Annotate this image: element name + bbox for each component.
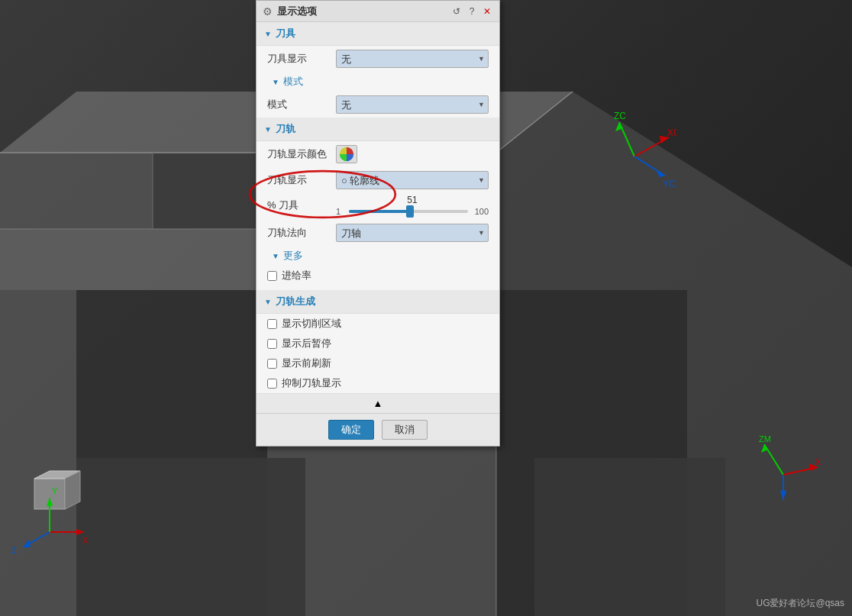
generate-section-title: 刀轨生成	[276, 295, 315, 308]
tool-section-arrow: ▼	[264, 30, 272, 38]
toolpath-direction-label: 刀轨法向	[267, 226, 336, 240]
dialog-title: 显示选项	[277, 5, 317, 18]
svg-marker-31	[780, 491, 786, 500]
svg-marker-4	[496, 290, 687, 616]
feed-rate-row: 进给率	[257, 266, 499, 285]
watermark: UG爱好者论坛@qsas	[756, 597, 844, 610]
display-options-dialog: ⚙ 显示选项 ↺ ? ✕ ▼ 刀具 刀具显示 无 显示	[256, 0, 500, 447]
ok-button[interactable]: 确定	[328, 420, 374, 440]
cancel-button[interactable]: 取消	[382, 420, 428, 440]
tool-display-control: 无 显示	[336, 50, 489, 68]
svg-text:Y: Y	[52, 486, 58, 495]
slider-value: 51	[336, 195, 489, 205]
toolpath-color-label: 刀轨显示颜色	[267, 147, 336, 161]
tool-display-select-wrapper: 无 显示	[336, 50, 489, 68]
mode-subsection-title: 模式	[283, 75, 303, 89]
mode-subsection-header[interactable]: ▼ 模式	[257, 72, 499, 92]
slider-min: 1	[336, 207, 347, 216]
svg-text:YC: YC	[663, 179, 676, 189]
svg-line-8	[496, 92, 573, 153]
svg-marker-25	[761, 444, 768, 453]
close-button[interactable]: ✕	[481, 5, 493, 18]
toolpath-display-row: 刀轨显示 ○ 轮廓线 实体 无	[257, 167, 499, 193]
coord-axes-top-right: ZC XC YC	[592, 107, 676, 191]
svg-marker-3	[76, 290, 267, 616]
dialog-title-left: ⚙ 显示选项	[263, 5, 317, 18]
svg-text:Z: Z	[11, 546, 17, 555]
svg-marker-42	[23, 540, 31, 547]
svg-marker-14	[534, 458, 725, 616]
collapse-arrow[interactable]: ▲	[257, 393, 499, 413]
tool-section-title: 刀具	[276, 27, 295, 40]
toolpath-color-row: 刀轨显示颜色	[257, 141, 499, 167]
mode-select[interactable]: 无 模式1	[336, 95, 489, 114]
svg-marker-22	[656, 169, 665, 177]
svg-text:ZC: ZC	[614, 111, 626, 121]
suppress-toolpath-checkbox[interactable]	[267, 379, 277, 389]
percent-tool-area: % 刀具 51 1 100	[257, 193, 499, 220]
coord-axes-bottom-right: ZM XM	[753, 433, 821, 502]
more-arrow: ▼	[272, 252, 279, 260]
dialog-titlebar: ⚙ 显示选项 ↺ ? ✕	[257, 1, 499, 22]
mode-row: 模式 无 模式1	[257, 92, 499, 118]
show-refresh-before-row: 显示前刷新	[257, 353, 499, 373]
svg-marker-13	[76, 458, 305, 616]
show-pause-after-checkbox[interactable]	[267, 339, 277, 349]
svg-text:XC: XC	[667, 127, 676, 138]
color-swatch[interactable]	[336, 145, 357, 163]
show-pause-after-row: 显示后暂停	[257, 334, 499, 353]
show-refresh-before-label: 显示前刷新	[282, 356, 331, 370]
toolpath-display-select-wrapper: ○ 轮廓线 实体 无	[336, 171, 489, 189]
suppress-toolpath-label: 抑制刀轨显示	[282, 376, 341, 390]
toolpath-display-control: ○ 轮廓线 实体 无	[336, 171, 489, 189]
toolpath-direction-select-wrapper: 刀轴 法向	[336, 224, 489, 242]
toolpath-direction-row: 刀轨法向 刀轴 法向	[257, 220, 499, 246]
dialog-content: ▼ 刀具 刀具显示 无 显示 ▼ 模式 模式	[257, 22, 499, 413]
mode-control: 无 模式1	[336, 95, 489, 114]
svg-text:ZM: ZM	[759, 434, 771, 443]
slider-row: 1 100	[336, 207, 489, 216]
mode-label: 模式	[267, 98, 336, 111]
toolpath-section-header[interactable]: ▼ 刀轨	[257, 118, 499, 141]
toolpath-direction-select[interactable]: 刀轴 法向	[336, 224, 489, 242]
percent-tool-label: % 刀具	[267, 198, 336, 212]
more-subsection-title: 更多	[283, 249, 303, 263]
slider-max: 100	[470, 207, 489, 216]
suppress-toolpath-row: 抑制刀轨显示	[257, 373, 499, 393]
feed-rate-label: 进给率	[282, 269, 311, 282]
toolpath-section-title: 刀轨	[276, 122, 295, 136]
toolpath-direction-control: 刀轴 法向	[336, 224, 489, 242]
mode-arrow: ▼	[272, 78, 279, 86]
svg-marker-36	[76, 529, 84, 535]
toolpath-display-label: 刀轨显示	[267, 173, 336, 187]
show-cut-area-label: 显示切削区域	[282, 317, 341, 331]
tool-section-header[interactable]: ▼ 刀具	[257, 22, 499, 46]
generate-section-header[interactable]: ▼ 刀轨生成	[257, 290, 499, 314]
generate-section-arrow: ▼	[264, 298, 272, 306]
collapse-arrow-icon: ▲	[373, 398, 383, 409]
dialog-footer: 确定 取消	[257, 413, 499, 446]
svg-text:XM: XM	[815, 457, 821, 466]
more-subsection-header[interactable]: ▼ 更多	[257, 246, 499, 266]
mode-select-wrapper: 无 模式1	[336, 95, 489, 114]
tool-display-row: 刀具显示 无 显示	[257, 46, 499, 72]
svg-text:X: X	[82, 536, 89, 545]
settings-icon: ⚙	[263, 5, 273, 18]
slider-track[interactable]	[349, 210, 468, 213]
show-cut-area-row: 显示切削区域	[257, 314, 499, 334]
feed-rate-checkbox[interactable]	[267, 271, 277, 281]
toolpath-color-control	[336, 145, 489, 163]
reset-button[interactable]: ↺	[450, 5, 463, 18]
dialog-title-buttons: ↺ ? ✕	[450, 5, 493, 18]
percent-tool-row: % 刀具 51 1 100	[267, 195, 489, 216]
slider-fill	[349, 210, 410, 213]
slider-thumb[interactable]	[406, 205, 414, 218]
percent-tool-control: 51 1 100	[336, 195, 489, 216]
show-refresh-before-checkbox[interactable]	[267, 359, 277, 369]
tool-display-label: 刀具显示	[267, 52, 336, 66]
help-button[interactable]: ?	[466, 5, 478, 18]
show-cut-area-checkbox[interactable]	[267, 319, 277, 329]
tool-display-select[interactable]: 无 显示	[336, 50, 489, 68]
toolpath-section-arrow: ▼	[264, 125, 272, 134]
toolpath-display-select[interactable]: ○ 轮廓线 实体 无	[336, 171, 489, 189]
